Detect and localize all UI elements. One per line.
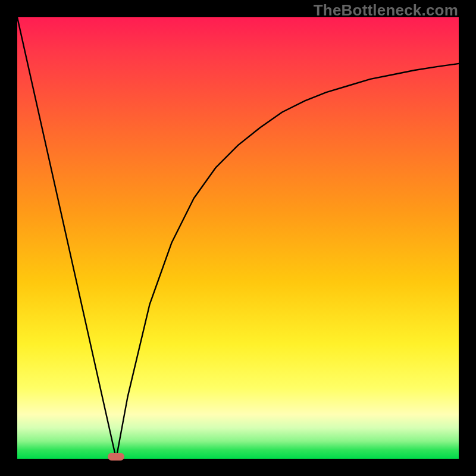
- minimum-marker: [108, 453, 124, 461]
- bottleneck-curve: [17, 17, 459, 459]
- plot-area: [17, 17, 459, 459]
- chart-frame: TheBottleneck.com: [0, 0, 476, 476]
